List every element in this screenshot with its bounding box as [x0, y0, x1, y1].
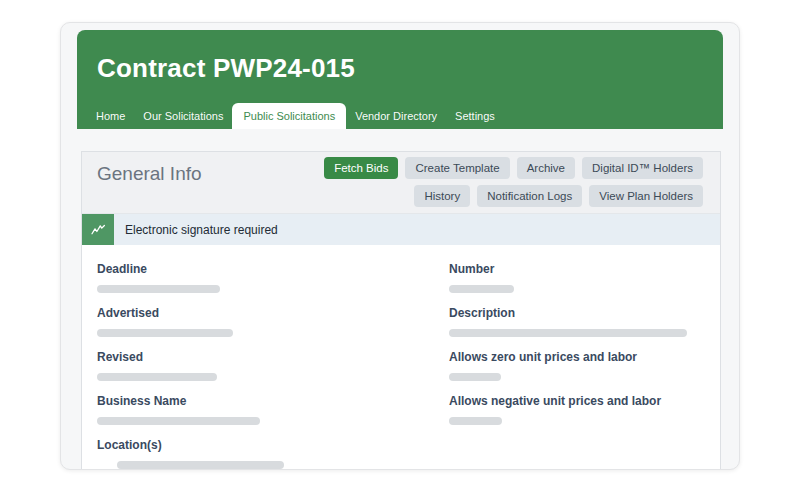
field-allows-zero-unit-prices: Allows zero unit prices and labor	[449, 350, 702, 381]
create-template-button[interactable]: Create Template	[405, 157, 509, 179]
field-label: Number	[449, 262, 702, 276]
notification-logs-button[interactable]: Notification Logs	[477, 185, 582, 207]
general-info-form: Deadline Advertised Revised Business Nam…	[82, 245, 720, 470]
view-plan-holders-button[interactable]: View Plan Holders	[589, 185, 703, 207]
action-toolbar: Fetch Bids Create Template Archive Digit…	[324, 157, 703, 207]
nav-tabs: Home Our Solicitations Public Solicitati…	[87, 103, 504, 129]
form-column-right: Number Description Allows zero unit pric…	[449, 262, 702, 470]
field-label: Allows zero unit prices and labor	[449, 350, 702, 364]
field-business-name: Business Name	[97, 394, 449, 425]
field-description: Description	[449, 306, 702, 337]
field-value-placeholder	[97, 373, 217, 381]
field-value-placeholder	[449, 373, 501, 381]
field-label: Allows negative unit prices and labor	[449, 394, 702, 408]
toolbar-row-2: History Notification Logs View Plan Hold…	[414, 185, 703, 207]
field-label: Business Name	[97, 394, 449, 408]
history-button[interactable]: History	[414, 185, 470, 207]
archive-button[interactable]: Archive	[517, 157, 575, 179]
tab-home[interactable]: Home	[87, 103, 134, 129]
signature-icon	[82, 214, 114, 245]
field-label: Deadline	[97, 262, 449, 276]
electronic-signature-banner: Electronic signature required	[82, 214, 720, 245]
field-value-placeholder	[449, 329, 687, 337]
tab-vendor-directory[interactable]: Vendor Directory	[346, 103, 446, 129]
section-title: General Info	[97, 163, 202, 185]
field-advertised: Advertised	[97, 306, 449, 337]
digital-id-holders-button[interactable]: Digital ID™ Holders	[582, 157, 703, 179]
field-value-placeholder	[449, 285, 514, 293]
contract-header: Contract PWP24-015 Home Our Solicitation…	[77, 30, 723, 129]
contract-card: Contract PWP24-015 Home Our Solicitation…	[60, 22, 740, 470]
toolbar-row-1: Fetch Bids Create Template Archive Digit…	[324, 157, 703, 179]
field-label: Location(s)	[97, 438, 449, 452]
field-label: Advertised	[97, 306, 449, 320]
field-label: Description	[449, 306, 702, 320]
field-locations: Location(s)	[97, 438, 449, 469]
tab-our-solicitations[interactable]: Our Solicitations	[134, 103, 232, 129]
banner-text: Electronic signature required	[125, 223, 278, 237]
field-value-placeholder	[97, 329, 233, 337]
field-label: Revised	[97, 350, 449, 364]
field-value-placeholder	[117, 461, 284, 469]
field-allows-negative-unit-prices: Allows negative unit prices and labor	[449, 394, 702, 425]
field-number: Number	[449, 262, 702, 293]
tab-public-solicitations[interactable]: Public Solicitations	[232, 103, 346, 129]
page-title: Contract PWP24-015	[97, 53, 355, 84]
general-info-header: General Info Fetch Bids Create Template …	[82, 152, 720, 214]
field-value-placeholder	[97, 285, 220, 293]
fetch-bids-button[interactable]: Fetch Bids	[324, 157, 398, 179]
form-column-left: Deadline Advertised Revised Business Nam…	[97, 262, 449, 470]
field-value-placeholder	[449, 417, 502, 425]
field-value-placeholder	[97, 417, 260, 425]
field-revised: Revised	[97, 350, 449, 381]
tab-settings[interactable]: Settings	[446, 103, 504, 129]
field-deadline: Deadline	[97, 262, 449, 293]
general-info-section: General Info Fetch Bids Create Template …	[81, 151, 721, 470]
